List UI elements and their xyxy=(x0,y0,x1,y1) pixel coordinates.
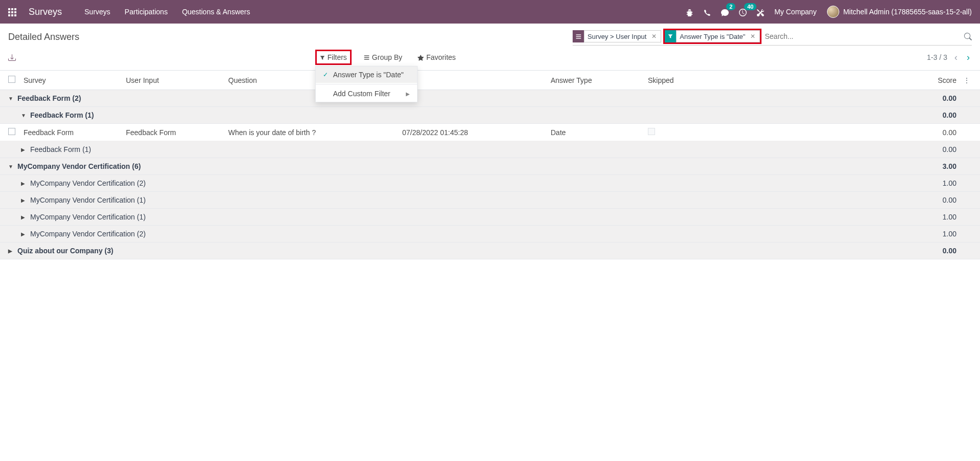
export-button[interactable] xyxy=(8,53,16,62)
facet-groupby-close[interactable]: ✕ xyxy=(649,33,659,40)
table-row[interactable]: Feedback FormFeedback FormWhen is your d… xyxy=(0,124,980,141)
select-all-checkbox[interactable] xyxy=(8,76,15,83)
facet-groupby[interactable]: Survey > User Input ✕ xyxy=(573,30,661,42)
bug-icon[interactable] xyxy=(686,7,693,16)
user-name: Mitchell Admin (17885655-saas-15-2-all) xyxy=(843,8,972,16)
facet-groupby-label: Survey > User Input xyxy=(587,33,646,40)
caret-icon: ▶ xyxy=(21,197,26,203)
pager-range[interactable]: 1-3 / 3 xyxy=(927,53,947,61)
list-icon xyxy=(364,54,369,61)
svg-rect-12 xyxy=(364,56,369,56)
page-title: Detailed Answers xyxy=(8,32,79,42)
group-row[interactable]: ▼MyCompany Vendor Certification (6)3.00 xyxy=(0,158,980,175)
group-score: 0.00 xyxy=(941,247,972,255)
cell-survey: Feedback Form xyxy=(24,128,126,137)
svg-rect-3 xyxy=(8,11,10,13)
groupby-icon xyxy=(573,30,584,42)
nav-link-participations[interactable]: Participations xyxy=(125,8,168,16)
svg-rect-14 xyxy=(364,59,369,60)
caret-icon: ▶ xyxy=(21,231,26,237)
caret-icon: ▶ xyxy=(21,147,26,152)
col-skipped[interactable]: Skipped xyxy=(648,76,776,84)
group-label-text: Quiz about our Company (3) xyxy=(17,247,113,255)
cell-question: When is your date of birth ? xyxy=(228,128,402,137)
svg-rect-9 xyxy=(576,34,581,35)
cell-answer-type: Date xyxy=(551,128,648,137)
navbar-left: Surveys Surveys Participations Questions… xyxy=(8,7,250,17)
nav-link-qna[interactable]: Questions & Answers xyxy=(182,8,250,16)
groupby-button[interactable]: Group By xyxy=(361,51,405,63)
row-checkbox[interactable] xyxy=(8,128,15,135)
company-name[interactable]: My Company xyxy=(774,8,816,16)
facet-filter[interactable]: Answer Type is "Date" ✕ xyxy=(665,30,760,42)
col-survey[interactable]: Survey xyxy=(24,76,126,84)
app-title[interactable]: Surveys xyxy=(29,7,62,17)
favorites-button[interactable]: Favorites xyxy=(415,51,459,63)
svg-rect-11 xyxy=(576,38,581,38)
clock-icon[interactable]: 40 xyxy=(739,7,747,16)
col-answer-type[interactable]: Answer Type xyxy=(551,76,648,84)
svg-rect-8 xyxy=(14,14,16,16)
check-icon: ✓ xyxy=(323,71,329,78)
pager-next[interactable]: › xyxy=(965,52,972,63)
highlight-filter-facet: Answer Type is "Date" ✕ xyxy=(663,29,761,44)
filters-button[interactable]: Filters xyxy=(315,50,352,65)
svg-rect-5 xyxy=(14,11,16,13)
group-row[interactable]: ▶MyCompany Vendor Certification (1)0.00 xyxy=(0,192,980,209)
group-row[interactable]: ▶MyCompany Vendor Certification (2)1.00 xyxy=(0,226,980,243)
rows-container: ▼Feedback Form (2)0.00▼Feedback Form (1)… xyxy=(0,90,980,259)
facet-filter-label: Answer Type is "Date" xyxy=(680,33,745,40)
col-options[interactable]: ⋮ xyxy=(962,76,972,84)
group-row[interactable]: ▶Quiz about our Company (3)0.00 xyxy=(0,243,980,259)
pager-prev[interactable]: ‹ xyxy=(952,52,960,63)
svg-rect-6 xyxy=(8,14,10,16)
svg-rect-1 xyxy=(11,8,13,10)
col-created[interactable]: C xyxy=(402,76,551,84)
phone-icon[interactable] xyxy=(704,7,711,16)
wrench-icon[interactable] xyxy=(757,7,764,16)
svg-rect-2 xyxy=(14,8,16,10)
svg-rect-4 xyxy=(11,11,13,13)
dropdown-separator xyxy=(316,84,417,84)
filters-dropdown: ✓ Answer Type is "Date" Add Custom Filte… xyxy=(315,66,418,102)
group-score: 0.00 xyxy=(941,94,972,102)
col-user-input[interactable]: User Input xyxy=(126,76,228,84)
group-score: 1.00 xyxy=(941,179,972,187)
dropdown-item-custom[interactable]: Add Custom Filter ▶ xyxy=(316,85,417,102)
nav-links: Surveys Participations Questions & Answe… xyxy=(84,8,250,16)
dropdown-item-date[interactable]: ✓ Answer Type is "Date" xyxy=(316,67,417,83)
search-icon[interactable] xyxy=(964,32,972,41)
group-score: 0.00 xyxy=(941,196,972,204)
svg-rect-10 xyxy=(576,36,581,36)
chevron-right-icon: ▶ xyxy=(406,91,410,97)
cell-user-input: Feedback Form xyxy=(126,128,228,137)
chat-icon[interactable]: 2 xyxy=(721,7,729,16)
user-menu[interactable]: Mitchell Admin (17885655-saas-15-2-all) xyxy=(827,6,972,18)
search-input[interactable] xyxy=(761,31,964,41)
group-row[interactable]: ▼Feedback Form (1)0.00 xyxy=(0,107,980,124)
group-row[interactable]: ▶MyCompany Vendor Certification (2)1.00 xyxy=(0,175,980,192)
group-row[interactable]: ▶Feedback Form (1)0.00 xyxy=(0,141,980,158)
group-row[interactable]: ▼Feedback Form (2)0.00 xyxy=(0,90,980,107)
nav-link-surveys[interactable]: Surveys xyxy=(84,8,111,16)
chat-badge: 2 xyxy=(726,3,735,10)
group-label-text: Feedback Form (1) xyxy=(30,145,91,153)
svg-rect-7 xyxy=(11,14,13,16)
skipped-checkbox[interactable] xyxy=(648,128,655,135)
control-panel: Detailed Answers Survey > User Input ✕ A xyxy=(0,24,980,71)
star-icon xyxy=(418,54,424,60)
pager: 1-3 / 3 ‹ › xyxy=(927,52,972,63)
cell-score: 0.00 xyxy=(776,128,962,137)
col-score[interactable]: Score xyxy=(776,76,962,84)
apps-icon[interactable] xyxy=(8,7,16,16)
group-score: 0.00 xyxy=(941,111,972,119)
group-label-text: MyCompany Vendor Certification (1) xyxy=(30,213,146,221)
caret-icon: ▼ xyxy=(21,113,26,118)
svg-rect-0 xyxy=(8,8,10,10)
group-row[interactable]: ▶MyCompany Vendor Certification (1)1.00 xyxy=(0,209,980,226)
group-label-text: MyCompany Vendor Certification (2) xyxy=(30,230,146,238)
group-label-text: Feedback Form (1) xyxy=(30,111,94,119)
group-label-text: Feedback Form (2) xyxy=(17,94,81,102)
facet-filter-close[interactable]: ✕ xyxy=(748,33,757,40)
clock-badge: 40 xyxy=(744,3,756,10)
